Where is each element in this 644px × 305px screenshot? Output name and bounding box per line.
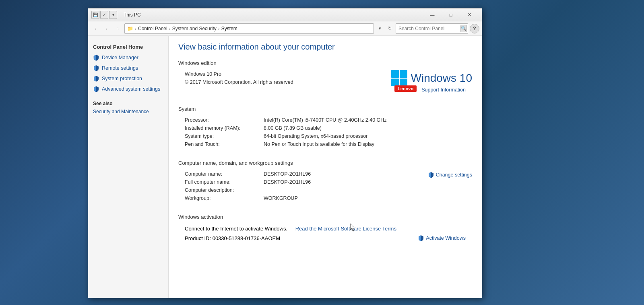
computer-name-value: DESKTOP-2O1HL96 bbox=[264, 171, 311, 177]
up-button[interactable]: ↑ bbox=[113, 24, 123, 33]
system-type-label: System type: bbox=[185, 133, 257, 139]
see-also-section: See also Security and Maintenance bbox=[88, 101, 168, 115]
title-bar-left: 💾 ✓ ▾ This PC bbox=[91, 11, 423, 19]
shield-icon-device bbox=[93, 54, 99, 61]
computer-name-section: Computer name, domain, and workgroup set… bbox=[178, 160, 472, 202]
remote-settings-label: Remote settings bbox=[102, 65, 138, 71]
activation-message: Connect to the Internet to activate Wind… bbox=[185, 226, 287, 232]
search-button[interactable]: 🔍 bbox=[460, 25, 467, 32]
qs-dropdown-btn[interactable]: ▾ bbox=[109, 11, 117, 19]
sidebar-home-label[interactable]: Control Panel Home bbox=[88, 41, 168, 52]
windows-edition-section: Windows edition Windows 10 Pro © 2017 Mi… bbox=[178, 60, 472, 94]
advanced-settings-label: Advanced system settings bbox=[102, 86, 160, 92]
pen-touch-row: Pen and Touch: No Pen or Touch Input is … bbox=[178, 140, 472, 148]
path-system[interactable]: System bbox=[221, 26, 237, 31]
sidebar-item-system-protection[interactable]: System protection bbox=[88, 73, 168, 84]
ram-label: Installed memory (RAM): bbox=[185, 125, 257, 131]
ram-value: 8.00 GB (7.89 GB usable) bbox=[264, 125, 322, 131]
pen-touch-label: Pen and Touch: bbox=[185, 141, 257, 147]
path-control-panel[interactable]: Control Panel bbox=[138, 26, 167, 31]
shield-icon-change bbox=[428, 172, 434, 178]
search-input[interactable] bbox=[398, 26, 459, 31]
edition-section-title: Windows edition bbox=[178, 60, 217, 66]
processor-value: Intel(R) Core(TM) i5-7400T CPU @ 2.40GHz… bbox=[264, 117, 387, 123]
system-window: 💾 ✓ ▾ This PC — □ ✕ ‹ › ↑ 📁 › Control Pa… bbox=[88, 8, 482, 298]
path-system-security[interactable]: System and Security bbox=[172, 26, 217, 31]
license-terms-link[interactable]: Read the Microsoft Software License Term… bbox=[295, 226, 396, 232]
dropdown-btn[interactable]: ▾ bbox=[376, 24, 384, 33]
windows-logo-area: Windows 10 bbox=[391, 70, 472, 86]
search-box[interactable]: 🔍 bbox=[396, 23, 468, 34]
description-label: Computer description: bbox=[185, 187, 257, 193]
content-area: View basic information about your comput… bbox=[169, 36, 482, 298]
shield-icon-activate bbox=[418, 235, 424, 241]
qs-save-btn[interactable]: 💾 bbox=[91, 11, 99, 19]
edition-section-header: Windows edition bbox=[178, 60, 472, 66]
processor-label: Processor: bbox=[185, 117, 257, 123]
address-bar: ‹ › ↑ 📁 › Control Panel › System and Sec… bbox=[88, 21, 482, 36]
computer-section-header: Computer name, domain, and workgroup set… bbox=[178, 160, 472, 166]
sidebar: Control Panel Home Device Manager Remote… bbox=[88, 36, 169, 298]
processor-row: Processor: Intel(R) Core(TM) i5-7400T CP… bbox=[178, 116, 472, 124]
sidebar-item-advanced-settings[interactable]: Advanced system settings bbox=[88, 84, 168, 94]
activation-section-line bbox=[226, 217, 472, 217]
help-button[interactable]: ? bbox=[470, 24, 479, 33]
activation-section: Windows activation Connect to the Intern… bbox=[178, 214, 472, 243]
computer-section-line bbox=[296, 163, 472, 163]
address-controls: ▾ ↻ bbox=[376, 24, 394, 33]
minimize-button[interactable]: — bbox=[423, 8, 442, 21]
system-type-row: System type: 64-bit Operating System, x6… bbox=[178, 132, 472, 140]
change-settings-link[interactable]: Change settings bbox=[428, 172, 472, 178]
close-button[interactable]: ✕ bbox=[460, 8, 479, 21]
shield-icon-remote bbox=[93, 65, 99, 71]
sidebar-item-remote-settings[interactable]: Remote settings bbox=[88, 63, 168, 73]
change-settings-text: Change settings bbox=[436, 172, 472, 178]
divider-3 bbox=[178, 209, 472, 209]
computer-info-left: Computer name: DESKTOP-2O1HL96 Full comp… bbox=[178, 170, 428, 202]
activate-windows-text: Activate Windows bbox=[426, 235, 466, 241]
workgroup-row: Workgroup: WORKGROUP bbox=[178, 194, 428, 202]
see-also-title: See also bbox=[93, 101, 163, 106]
shield-icon-advanced bbox=[93, 86, 99, 92]
page-heading: View basic information about your comput… bbox=[178, 42, 472, 55]
computer-section-title: Computer name, domain, and workgroup set… bbox=[178, 160, 293, 166]
maximize-button[interactable]: □ bbox=[442, 8, 460, 21]
window-controls: — □ ✕ bbox=[423, 8, 479, 21]
product-id-label: Product ID: bbox=[185, 235, 211, 241]
divider-1 bbox=[178, 101, 472, 101]
path-home-icon: 📁 bbox=[127, 26, 133, 31]
title-bar: 💾 ✓ ▾ This PC — □ ✕ bbox=[88, 8, 482, 21]
lenovo-badge: Lenovo bbox=[394, 85, 417, 92]
pen-touch-value: No Pen or Touch Input is available for t… bbox=[264, 141, 374, 147]
full-name-row: Full computer name: DESKTOP-2O1HL96 bbox=[178, 178, 428, 186]
system-section-header: System bbox=[178, 106, 472, 112]
workgroup-label: Workgroup: bbox=[185, 195, 257, 201]
system-section-title: System bbox=[178, 106, 196, 112]
forward-button[interactable]: › bbox=[102, 24, 111, 33]
activation-section-header: Windows activation bbox=[178, 214, 472, 220]
support-info-link[interactable]: Support Information bbox=[421, 87, 466, 93]
system-protection-label: System protection bbox=[102, 76, 142, 81]
computer-name-row: Computer name: DESKTOP-2O1HL96 bbox=[178, 170, 428, 178]
computer-name-label: Computer name: bbox=[185, 171, 257, 177]
edition-text-area: Windows 10 Pro © 2017 Microsoft Corporat… bbox=[178, 70, 301, 86]
full-name-value: DESKTOP-2O1HL96 bbox=[264, 179, 311, 185]
copyright-value: © 2017 Microsoft Corporation. All rights… bbox=[185, 79, 295, 85]
windows10-text: Windows 10 bbox=[411, 72, 472, 85]
back-button[interactable]: ‹ bbox=[91, 24, 100, 33]
qs-check-btn[interactable]: ✓ bbox=[100, 11, 108, 19]
computer-section-row: Computer name: DESKTOP-2O1HL96 Full comp… bbox=[178, 170, 472, 202]
divider-2 bbox=[178, 155, 472, 155]
address-path[interactable]: 📁 › Control Panel › System and Security … bbox=[124, 23, 374, 34]
full-name-label: Full computer name: bbox=[185, 179, 257, 185]
product-id-row: Product ID: 00330-51288-01736-AAOEM Acti… bbox=[178, 233, 472, 243]
product-id-value: 00330-51288-01736-AAOEM bbox=[213, 235, 280, 241]
computer-info-right: Change settings bbox=[428, 170, 472, 178]
refresh-btn[interactable]: ↻ bbox=[385, 24, 394, 33]
activate-windows-link[interactable]: Activate Windows bbox=[418, 235, 466, 241]
window-title: This PC bbox=[124, 12, 141, 18]
workgroup-value: WORKGROUP bbox=[264, 195, 298, 201]
see-also-security[interactable]: Security and Maintenance bbox=[93, 108, 163, 115]
sidebar-item-device-manager[interactable]: Device Manager bbox=[88, 52, 168, 63]
system-section-line bbox=[199, 109, 472, 109]
